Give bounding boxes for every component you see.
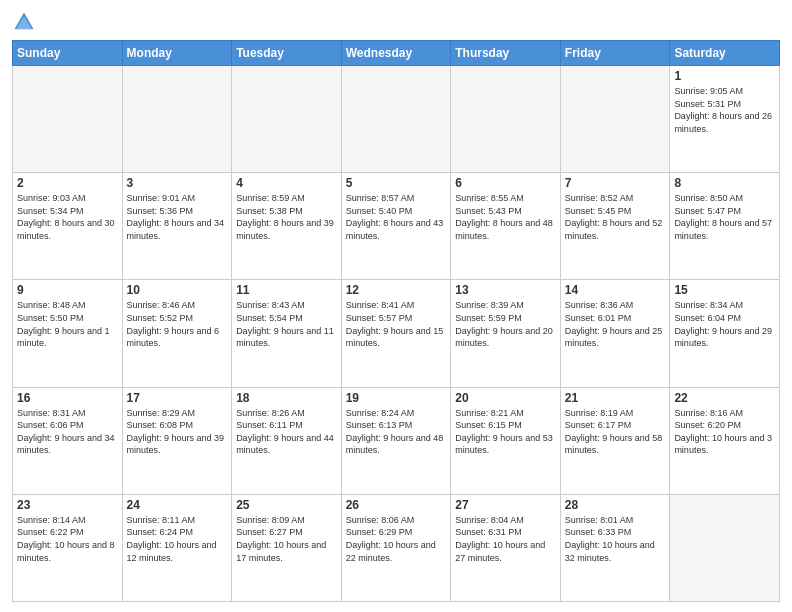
day-number: 10	[127, 283, 228, 297]
weekday-header-monday: Monday	[122, 41, 232, 66]
day-cell	[560, 66, 670, 173]
day-info: Sunrise: 8:04 AM Sunset: 6:31 PM Dayligh…	[455, 514, 556, 564]
day-number: 5	[346, 176, 447, 190]
day-number: 28	[565, 498, 666, 512]
day-number: 15	[674, 283, 775, 297]
day-number: 2	[17, 176, 118, 190]
day-cell: 15Sunrise: 8:34 AM Sunset: 6:04 PM Dayli…	[670, 280, 780, 387]
day-info: Sunrise: 8:39 AM Sunset: 5:59 PM Dayligh…	[455, 299, 556, 349]
day-cell: 21Sunrise: 8:19 AM Sunset: 6:17 PM Dayli…	[560, 387, 670, 494]
day-number: 19	[346, 391, 447, 405]
day-number: 16	[17, 391, 118, 405]
day-number: 4	[236, 176, 337, 190]
weekday-row: SundayMondayTuesdayWednesdayThursdayFrid…	[13, 41, 780, 66]
calendar-table: SundayMondayTuesdayWednesdayThursdayFrid…	[12, 40, 780, 602]
day-cell: 11Sunrise: 8:43 AM Sunset: 5:54 PM Dayli…	[232, 280, 342, 387]
week-row-2: 9Sunrise: 8:48 AM Sunset: 5:50 PM Daylig…	[13, 280, 780, 387]
day-info: Sunrise: 8:59 AM Sunset: 5:38 PM Dayligh…	[236, 192, 337, 242]
day-number: 17	[127, 391, 228, 405]
day-number: 27	[455, 498, 556, 512]
day-cell: 28Sunrise: 8:01 AM Sunset: 6:33 PM Dayli…	[560, 494, 670, 601]
day-number: 11	[236, 283, 337, 297]
day-cell: 7Sunrise: 8:52 AM Sunset: 5:45 PM Daylig…	[560, 173, 670, 280]
day-cell	[232, 66, 342, 173]
day-cell: 24Sunrise: 8:11 AM Sunset: 6:24 PM Dayli…	[122, 494, 232, 601]
page: SundayMondayTuesdayWednesdayThursdayFrid…	[0, 0, 792, 612]
logo-icon	[12, 10, 36, 34]
day-number: 25	[236, 498, 337, 512]
day-number: 20	[455, 391, 556, 405]
day-number: 7	[565, 176, 666, 190]
day-number: 21	[565, 391, 666, 405]
day-cell: 17Sunrise: 8:29 AM Sunset: 6:08 PM Dayli…	[122, 387, 232, 494]
day-cell: 22Sunrise: 8:16 AM Sunset: 6:20 PM Dayli…	[670, 387, 780, 494]
weekday-header-tuesday: Tuesday	[232, 41, 342, 66]
day-info: Sunrise: 8:43 AM Sunset: 5:54 PM Dayligh…	[236, 299, 337, 349]
day-number: 22	[674, 391, 775, 405]
day-cell: 20Sunrise: 8:21 AM Sunset: 6:15 PM Dayli…	[451, 387, 561, 494]
day-number: 18	[236, 391, 337, 405]
day-cell: 5Sunrise: 8:57 AM Sunset: 5:40 PM Daylig…	[341, 173, 451, 280]
day-info: Sunrise: 8:21 AM Sunset: 6:15 PM Dayligh…	[455, 407, 556, 457]
day-info: Sunrise: 8:41 AM Sunset: 5:57 PM Dayligh…	[346, 299, 447, 349]
calendar-body: 1Sunrise: 9:05 AM Sunset: 5:31 PM Daylig…	[13, 66, 780, 602]
day-number: 14	[565, 283, 666, 297]
week-row-0: 1Sunrise: 9:05 AM Sunset: 5:31 PM Daylig…	[13, 66, 780, 173]
day-info: Sunrise: 9:03 AM Sunset: 5:34 PM Dayligh…	[17, 192, 118, 242]
day-cell: 9Sunrise: 8:48 AM Sunset: 5:50 PM Daylig…	[13, 280, 123, 387]
day-info: Sunrise: 8:57 AM Sunset: 5:40 PM Dayligh…	[346, 192, 447, 242]
day-number: 9	[17, 283, 118, 297]
day-info: Sunrise: 8:31 AM Sunset: 6:06 PM Dayligh…	[17, 407, 118, 457]
day-cell: 19Sunrise: 8:24 AM Sunset: 6:13 PM Dayli…	[341, 387, 451, 494]
day-number: 13	[455, 283, 556, 297]
day-info: Sunrise: 8:36 AM Sunset: 6:01 PM Dayligh…	[565, 299, 666, 349]
week-row-4: 23Sunrise: 8:14 AM Sunset: 6:22 PM Dayli…	[13, 494, 780, 601]
day-info: Sunrise: 8:48 AM Sunset: 5:50 PM Dayligh…	[17, 299, 118, 349]
day-number: 23	[17, 498, 118, 512]
calendar-header: SundayMondayTuesdayWednesdayThursdayFrid…	[13, 41, 780, 66]
day-cell: 10Sunrise: 8:46 AM Sunset: 5:52 PM Dayli…	[122, 280, 232, 387]
weekday-header-friday: Friday	[560, 41, 670, 66]
day-cell: 1Sunrise: 9:05 AM Sunset: 5:31 PM Daylig…	[670, 66, 780, 173]
day-info: Sunrise: 8:09 AM Sunset: 6:27 PM Dayligh…	[236, 514, 337, 564]
day-cell	[122, 66, 232, 173]
day-info: Sunrise: 8:29 AM Sunset: 6:08 PM Dayligh…	[127, 407, 228, 457]
day-cell: 14Sunrise: 8:36 AM Sunset: 6:01 PM Dayli…	[560, 280, 670, 387]
day-info: Sunrise: 8:55 AM Sunset: 5:43 PM Dayligh…	[455, 192, 556, 242]
day-info: Sunrise: 8:14 AM Sunset: 6:22 PM Dayligh…	[17, 514, 118, 564]
day-cell: 2Sunrise: 9:03 AM Sunset: 5:34 PM Daylig…	[13, 173, 123, 280]
weekday-header-thursday: Thursday	[451, 41, 561, 66]
day-cell	[13, 66, 123, 173]
day-number: 24	[127, 498, 228, 512]
day-cell: 25Sunrise: 8:09 AM Sunset: 6:27 PM Dayli…	[232, 494, 342, 601]
weekday-header-sunday: Sunday	[13, 41, 123, 66]
day-info: Sunrise: 8:06 AM Sunset: 6:29 PM Dayligh…	[346, 514, 447, 564]
day-info: Sunrise: 8:24 AM Sunset: 6:13 PM Dayligh…	[346, 407, 447, 457]
day-cell: 4Sunrise: 8:59 AM Sunset: 5:38 PM Daylig…	[232, 173, 342, 280]
day-cell: 12Sunrise: 8:41 AM Sunset: 5:57 PM Dayli…	[341, 280, 451, 387]
day-info: Sunrise: 8:11 AM Sunset: 6:24 PM Dayligh…	[127, 514, 228, 564]
day-info: Sunrise: 8:26 AM Sunset: 6:11 PM Dayligh…	[236, 407, 337, 457]
day-cell: 8Sunrise: 8:50 AM Sunset: 5:47 PM Daylig…	[670, 173, 780, 280]
day-number: 3	[127, 176, 228, 190]
day-info: Sunrise: 8:46 AM Sunset: 5:52 PM Dayligh…	[127, 299, 228, 349]
day-info: Sunrise: 8:34 AM Sunset: 6:04 PM Dayligh…	[674, 299, 775, 349]
day-cell: 27Sunrise: 8:04 AM Sunset: 6:31 PM Dayli…	[451, 494, 561, 601]
logo	[12, 10, 40, 34]
day-cell: 26Sunrise: 8:06 AM Sunset: 6:29 PM Dayli…	[341, 494, 451, 601]
day-info: Sunrise: 8:19 AM Sunset: 6:17 PM Dayligh…	[565, 407, 666, 457]
day-number: 8	[674, 176, 775, 190]
day-info: Sunrise: 8:16 AM Sunset: 6:20 PM Dayligh…	[674, 407, 775, 457]
weekday-header-wednesday: Wednesday	[341, 41, 451, 66]
day-cell: 16Sunrise: 8:31 AM Sunset: 6:06 PM Dayli…	[13, 387, 123, 494]
week-row-1: 2Sunrise: 9:03 AM Sunset: 5:34 PM Daylig…	[13, 173, 780, 280]
week-row-3: 16Sunrise: 8:31 AM Sunset: 6:06 PM Dayli…	[13, 387, 780, 494]
day-cell: 18Sunrise: 8:26 AM Sunset: 6:11 PM Dayli…	[232, 387, 342, 494]
day-info: Sunrise: 9:01 AM Sunset: 5:36 PM Dayligh…	[127, 192, 228, 242]
day-number: 6	[455, 176, 556, 190]
weekday-header-saturday: Saturday	[670, 41, 780, 66]
day-cell	[670, 494, 780, 601]
day-cell	[451, 66, 561, 173]
day-number: 26	[346, 498, 447, 512]
day-info: Sunrise: 9:05 AM Sunset: 5:31 PM Dayligh…	[674, 85, 775, 135]
